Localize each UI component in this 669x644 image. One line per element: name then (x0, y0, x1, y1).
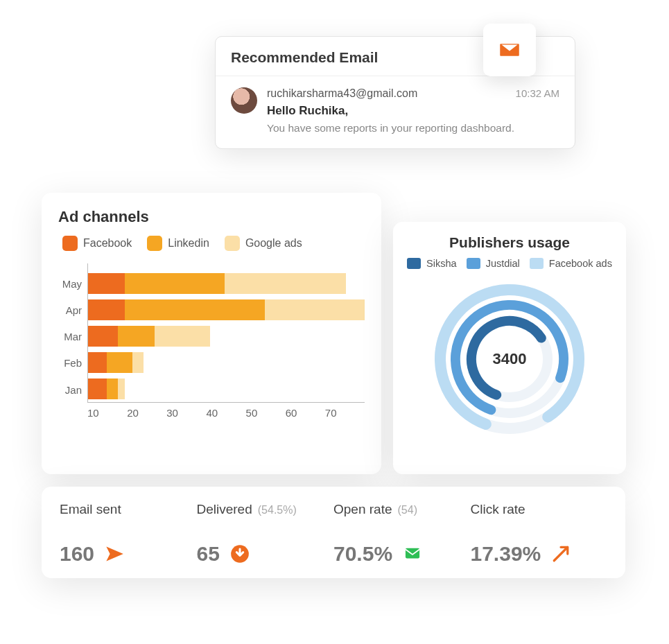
bar-segment (88, 273, 125, 294)
stat-sublabel: (54) (398, 504, 417, 516)
stat-value: 17.39% (471, 542, 541, 566)
ad-channels-title: Ad channels (58, 208, 365, 226)
bar-segment (155, 326, 210, 347)
bar-segment (132, 352, 144, 373)
bar-segment (118, 326, 155, 347)
y-tick-label: Apr (58, 297, 87, 323)
stat-value: 70.5% (333, 542, 392, 566)
envelope-icon (499, 40, 520, 60)
x-tick-label: 60 (286, 407, 325, 419)
envelope-icon (402, 543, 423, 564)
bar-segment (125, 299, 265, 320)
bar-segment (88, 352, 107, 373)
legend-label-linkedin: Linkedin (168, 237, 209, 250)
stat-delivered: Delivered (54.5%) 65 (197, 502, 334, 566)
stat-label: Delivered (197, 502, 252, 517)
legend-label-facebook: Facebook (83, 237, 132, 250)
bar-chart: MayAprMarFebJan (58, 263, 365, 403)
stat-email-sent: Email sent 160 (60, 502, 197, 566)
publishers-card: Publishers usage Siksha Justdial Faceboo… (393, 222, 626, 474)
stat-label: Click rate (471, 502, 525, 517)
swatch-linkedin (147, 236, 162, 251)
bar-segment (107, 378, 118, 399)
publishers-legend: Siksha Justdial Facebook ads (407, 258, 612, 269)
publishers-title: Publishers usage (407, 234, 612, 251)
stat-click-rate: Click rate 17.39% (471, 502, 608, 566)
bar-row (88, 270, 365, 297)
dashboard-canvas: Recommended Email ruchikarsharma43@gmail… (0, 0, 669, 644)
legend-label-siksha: Siksha (426, 258, 457, 269)
stat-open-rate: Open rate (54) 70.5% (333, 502, 471, 566)
x-tick-label: 50 (246, 407, 286, 419)
bar-segment (225, 273, 347, 294)
stat-sublabel: (54.5%) (258, 504, 297, 516)
bar-row (88, 349, 365, 376)
swatch-justdial (467, 258, 480, 269)
avatar (231, 87, 257, 114)
y-tick-label: Jan (58, 376, 87, 403)
arrow-up-icon (550, 543, 571, 564)
stat-label: Open rate (333, 502, 392, 517)
y-tick-label: Mar (58, 324, 87, 350)
x-tick-label: 70 (325, 407, 365, 419)
stat-value: 160 (60, 542, 94, 566)
swatch-facebook (62, 236, 78, 251)
swatch-facebookads (530, 258, 544, 269)
send-icon (104, 543, 125, 564)
radial-center-value: 3400 (426, 276, 593, 442)
email-snippet: You have some reports in your reporting … (267, 122, 559, 134)
email-address: ruchikarsharma43@gmail.com (267, 87, 417, 100)
y-tick-label: Feb (58, 350, 87, 376)
email-icon-badge (483, 24, 536, 76)
email-greeting: Hello Ruchika, (267, 104, 559, 118)
bar-segment (88, 299, 125, 320)
ad-channels-legend: Facebook Linkedin Google ads (62, 236, 365, 251)
email-time: 10:32 AM (516, 87, 559, 99)
x-tick-label: 40 (206, 407, 245, 419)
legend-label-googleads: Google ads (245, 237, 302, 250)
stat-label: Email sent (60, 502, 121, 517)
bar-row (88, 323, 365, 349)
x-tick-label: 10 (87, 407, 127, 419)
bar-segment (107, 352, 132, 373)
bar-segment (125, 273, 225, 294)
x-tick-label: 20 (127, 407, 166, 419)
radial-chart: 3400 (426, 276, 593, 442)
bar-segment (88, 326, 118, 347)
legend-label-facebookads: Facebook ads (549, 258, 612, 269)
stat-value: 65 (197, 542, 220, 566)
bar-row (88, 297, 365, 323)
bar-segment (88, 378, 107, 399)
bar-segment (118, 378, 125, 399)
y-tick-label: May (58, 270, 87, 297)
email-stats-card: Email sent 160 Delivered (54.5%) 65 (42, 487, 625, 578)
swatch-siksha (407, 258, 421, 269)
svg-rect-4 (406, 548, 419, 559)
bar-segment (265, 299, 365, 320)
bar-row (88, 376, 365, 402)
swatch-googleads (225, 236, 240, 251)
x-tick-label: 30 (166, 407, 206, 419)
legend-label-justdial: Justdial (486, 258, 520, 269)
ad-channels-card: Ad channels Facebook Linkedin Google ads… (42, 193, 381, 474)
down-circle-icon (229, 543, 250, 564)
